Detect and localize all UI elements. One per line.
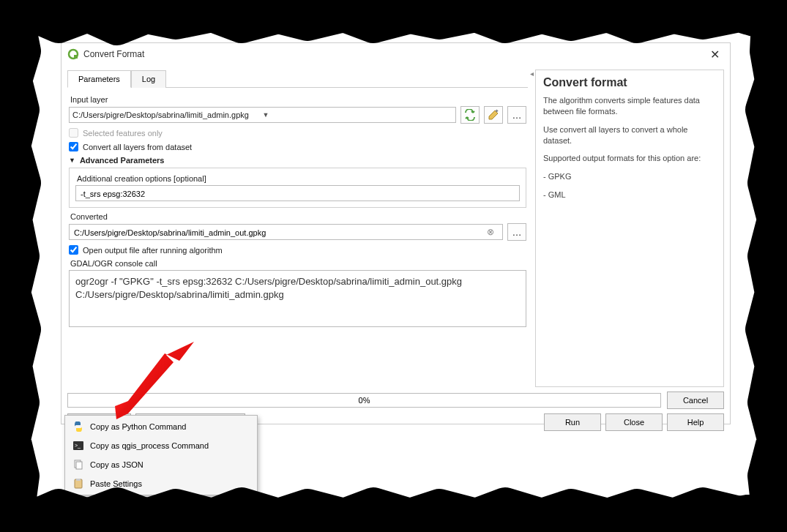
chevron-down-icon: ▼ <box>261 111 453 119</box>
menu-copy-python-label: Copy as Python Command <box>90 422 186 431</box>
console-call-box[interactable]: ogr2ogr -f "GPKG" -t_srs epsg:32632 C:/U… <box>69 270 526 327</box>
additional-options-label: Additional creation options [optional] <box>77 174 520 183</box>
svg-rect-8 <box>76 479 81 481</box>
options-button[interactable] <box>484 106 503 124</box>
svg-rect-1 <box>74 55 78 59</box>
triangle-down-icon: ▼ <box>69 157 75 164</box>
advanced-parameters-box: Additional creation options [optional] <box>69 168 526 208</box>
parameters-pane: Parameters Log Input layer C:/Users/pigr… <box>67 70 528 387</box>
close-icon[interactable]: ✕ <box>706 48 724 61</box>
additional-options-input[interactable] <box>75 185 520 201</box>
help-button[interactable]: Help <box>667 413 724 431</box>
advanced-parameters-header[interactable]: ▼ Advanced Parameters <box>69 156 526 165</box>
selected-features-label: Selected features only <box>83 129 163 138</box>
converted-output-input[interactable] <box>69 224 503 240</box>
open-after-label: Open output file after running algorithm <box>83 246 223 255</box>
browse-input-button[interactable]: … <box>507 106 526 124</box>
help-paragraph-2: Use convert all layers to convert a whol… <box>543 124 716 146</box>
help-title: Convert format <box>543 76 716 89</box>
help-format-2: - GML <box>543 190 716 201</box>
help-format-1: - GPKG <box>543 171 716 182</box>
qgis-icon <box>67 48 79 60</box>
menu-copy-qgis-label: Copy as qgis_process Command <box>90 441 209 450</box>
tab-parameters[interactable]: Parameters <box>67 70 131 88</box>
selected-features-row: Selected features only <box>69 128 526 138</box>
parameters-scroll: Input layer C:/Users/pigre/Desktop/sabri… <box>67 88 528 387</box>
browse-output-button[interactable]: … <box>507 223 526 241</box>
progress-bar: 0% <box>67 393 661 408</box>
svg-rect-6 <box>76 462 82 469</box>
converted-label: Converted <box>70 212 526 221</box>
cancel-button[interactable]: Cancel <box>667 391 724 409</box>
convert-all-label: Convert all layers from dataset <box>83 143 192 151</box>
dialog-body: Parameters Log Input layer C:/Users/pigr… <box>61 65 730 387</box>
close-button[interactable]: Close <box>605 413 663 431</box>
input-layer-label: Input layer <box>70 95 526 104</box>
convert-all-row[interactable]: Convert all layers from dataset <box>69 142 526 151</box>
progress-text: 0% <box>359 396 370 405</box>
menu-paste-label: Paste Settings <box>90 479 142 488</box>
python-icon <box>72 421 84 432</box>
menu-copy-qgis-process[interactable]: >_ Copy as qgis_process Command <box>67 436 256 455</box>
help-paragraph-1: The algorithm converts simple features d… <box>543 95 716 117</box>
help-paragraph-3: Supported output formats for this option… <box>543 153 716 164</box>
console-call-label: GDAL/OGR console call <box>70 259 526 268</box>
window-title: Convert Format <box>83 49 706 59</box>
copy-icon <box>72 459 84 471</box>
terminal-icon: >_ <box>72 440 84 452</box>
input-layer-value: C:/Users/pigre/Desktop/sabrina/limiti_ad… <box>72 110 261 119</box>
input-layer-combo[interactable]: C:/Users/pigre/Desktop/sabrina/limiti_ad… <box>69 107 456 123</box>
convert-format-dialog: Convert Format ✕ Parameters Log Input la… <box>61 42 731 424</box>
progress-row: 0% Cancel <box>61 387 730 409</box>
tab-log[interactable]: Log <box>131 70 166 88</box>
iterate-button[interactable] <box>460 106 480 124</box>
svg-text:>_: >_ <box>75 443 81 449</box>
paste-icon <box>72 478 84 490</box>
help-panel: Convert format The algorithm converts si… <box>535 70 724 387</box>
menu-paste-settings[interactable]: Paste Settings <box>67 474 256 493</box>
menu-copy-json[interactable]: Copy as JSON <box>67 455 256 474</box>
run-button[interactable]: Run <box>544 413 601 431</box>
selected-features-checkbox <box>69 128 78 138</box>
titlebar: Convert Format ✕ <box>61 43 730 65</box>
advanced-parameters-title: Advanced Parameters <box>80 156 165 165</box>
splitter[interactable]: ◂ <box>528 70 535 387</box>
menu-copy-json-label: Copy as JSON <box>90 460 143 469</box>
tab-bar: Parameters Log <box>67 70 528 88</box>
advanced-menu: Copy as Python Command >_ Copy as qgis_p… <box>64 415 258 495</box>
convert-all-checkbox[interactable] <box>69 142 78 151</box>
clear-icon[interactable]: ⊗ <box>487 227 494 237</box>
splitter-handle-icon: ◂ <box>530 70 534 78</box>
open-after-checkbox[interactable] <box>69 245 78 255</box>
menu-copy-python[interactable]: Copy as Python Command <box>67 417 256 436</box>
open-after-row[interactable]: Open output file after running algorithm <box>69 245 526 255</box>
